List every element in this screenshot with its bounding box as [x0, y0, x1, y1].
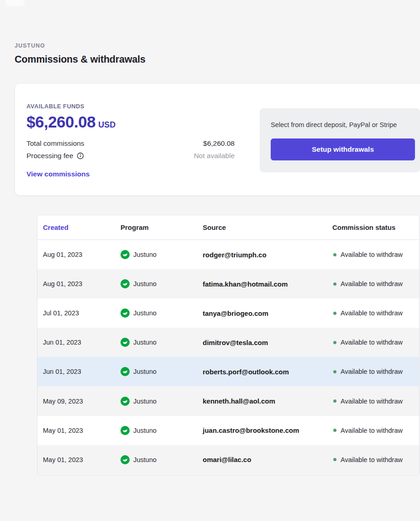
created-cell: May 01, 2023	[43, 427, 121, 434]
program-name: Justuno	[133, 398, 157, 405]
source-cell: fatima.khan@hotmail.com	[203, 280, 332, 288]
status-dot-icon	[333, 399, 336, 403]
status-label: Available to withdraw	[341, 398, 403, 405]
created-cell: Aug 01, 2023	[43, 280, 121, 287]
table-row[interactable]: May 01, 2023 Justuno omari@lilac.co Avai…	[37, 445, 419, 474]
program-cell: Justuno	[121, 426, 203, 435]
status-label: Available to withdraw	[341, 280, 403, 287]
funds-card: AVAILABLE FUNDS $6,260.08USD Total commi…	[15, 83, 420, 196]
available-amount-row: $6,260.08USD	[26, 113, 235, 131]
justuno-program-icon	[121, 367, 130, 376]
status-cell: Available to withdraw	[332, 251, 419, 258]
withdraw-panel: Select from direct deposit, PayPal or St…	[260, 108, 420, 172]
header-cell-source[interactable]: Source	[203, 223, 332, 231]
status-dot-icon	[333, 253, 336, 256]
status-dot-icon	[333, 341, 336, 344]
available-amount: $6,260.08	[26, 113, 95, 131]
program-cell: Justuno	[121, 367, 203, 376]
created-cell: Jun 01, 2023	[43, 368, 121, 375]
program-name: Justuno	[133, 456, 157, 463]
program-cell: Justuno	[121, 250, 203, 259]
source-cell: tanya@briogeo.com	[203, 309, 332, 317]
source-cell: rodger@triumph.co	[203, 251, 332, 259]
justuno-program-icon	[121, 338, 130, 347]
source-cell: juan.castro@brookstone.com	[203, 426, 332, 434]
justuno-program-icon	[121, 397, 130, 406]
status-label: Available to withdraw	[341, 309, 403, 317]
info-icon[interactable]	[77, 152, 84, 159]
table-header: Created Program Source Commission status	[37, 215, 419, 240]
justuno-program-icon	[121, 250, 130, 259]
created-cell: Jul 01, 2023	[43, 309, 121, 317]
funds-breakdown: Total commissions $6,260.08 Processing f…	[26, 137, 235, 162]
table-row[interactable]: May 01, 2023 Justuno juan.castro@brookst…	[37, 416, 419, 445]
available-funds-section: AVAILABLE FUNDS $6,260.08USD Total commi…	[26, 103, 235, 178]
status-dot-icon	[333, 429, 336, 432]
source-cell: kenneth.hall@aol.com	[203, 397, 332, 405]
source-cell: roberts.porf@outlook.com	[203, 368, 332, 376]
scrolled-card-remnant	[5, 0, 25, 6]
status-label: Available to withdraw	[341, 456, 403, 463]
status-cell: Available to withdraw	[332, 309, 419, 317]
status-dot-icon	[333, 458, 336, 461]
withdraw-panel-description: Select from direct deposit, PayPal or St…	[271, 121, 397, 128]
created-cell: Aug 01, 2023	[43, 251, 121, 258]
created-cell: Jun 01, 2023	[43, 339, 121, 346]
program-eyebrow: JUSTUNO	[15, 43, 146, 49]
status-cell: Available to withdraw	[332, 280, 419, 287]
processing-fee-label: Processing fee	[26, 152, 74, 160]
status-label: Available to withdraw	[341, 368, 403, 375]
justuno-program-icon	[121, 308, 130, 318]
program-cell: Justuno	[121, 455, 203, 464]
created-cell: May 09, 2023	[43, 398, 121, 405]
justuno-program-icon	[121, 279, 130, 288]
header-cell-commission-status[interactable]: Commission status	[332, 223, 419, 231]
program-name: Justuno	[133, 309, 157, 317]
status-label: Available to withdraw	[341, 339, 403, 346]
currency-label: USD	[98, 120, 116, 129]
status-cell: Available to withdraw	[332, 398, 419, 405]
table-row[interactable]: Jun 01, 2023 Justuno dimitrov@tesla.com …	[37, 328, 419, 357]
source-cell: omari@lilac.co	[203, 456, 332, 463]
table-body: Aug 01, 2023 Justuno rodger@triumph.co A…	[37, 240, 419, 474]
program-name: Justuno	[133, 280, 157, 287]
table-row[interactable]: Aug 01, 2023 Justuno rodger@triumph.co A…	[37, 240, 419, 269]
total-commissions-label: Total commissions	[26, 139, 84, 148]
program-cell: Justuno	[121, 338, 203, 347]
status-cell: Available to withdraw	[332, 456, 419, 463]
commissions-table: Created Program Source Commission status…	[37, 215, 420, 475]
status-cell: Available to withdraw	[332, 368, 419, 375]
page-header: JUSTUNO Commissions & withdrawals	[15, 43, 146, 65]
table-row[interactable]: Jul 01, 2023 Justuno tanya@briogeo.com A…	[37, 298, 419, 328]
program-name: Justuno	[133, 368, 157, 375]
setup-withdrawals-button[interactable]: Setup withdrawals	[271, 138, 415, 160]
table-row[interactable]: Jun 01, 2023 Justuno roberts.porf@outloo…	[37, 357, 419, 386]
source-cell: dimitrov@tesla.com	[203, 339, 332, 346]
status-cell: Available to withdraw	[332, 339, 419, 346]
table-row[interactable]: Aug 01, 2023 Justuno fatima.khan@hotmail…	[37, 269, 419, 298]
program-name: Justuno	[133, 251, 157, 258]
header-cell-created[interactable]: Created	[43, 223, 121, 231]
program-cell: Justuno	[121, 308, 203, 318]
status-cell: Available to withdraw	[332, 427, 419, 434]
justuno-program-icon	[121, 426, 130, 435]
program-cell: Justuno	[121, 397, 203, 406]
status-label: Available to withdraw	[341, 251, 403, 258]
created-cell: May 01, 2023	[43, 456, 121, 463]
program-name: Justuno	[133, 427, 157, 434]
total-commissions-row: Total commissions $6,260.08	[26, 137, 235, 149]
view-commissions-link[interactable]: View commissions	[26, 170, 89, 178]
available-funds-label: AVAILABLE FUNDS	[26, 103, 235, 110]
header-cell-program[interactable]: Program	[121, 223, 203, 231]
page: { "page": { "eyebrow": "JUSTUNO", "title…	[0, 0, 420, 521]
status-dot-icon	[333, 312, 336, 315]
status-dot-icon	[333, 282, 336, 286]
program-cell: Justuno	[121, 279, 203, 288]
justuno-program-icon	[121, 455, 130, 464]
table-row[interactable]: May 09, 2023 Justuno kenneth.hall@aol.co…	[37, 386, 419, 415]
processing-fee-value: Not available	[194, 152, 235, 160]
processing-fee-row: Processing fee Not available	[26, 149, 235, 162]
status-label: Available to withdraw	[341, 427, 403, 434]
program-name: Justuno	[133, 339, 157, 346]
page-title: Commissions & withdrawals	[15, 54, 146, 65]
